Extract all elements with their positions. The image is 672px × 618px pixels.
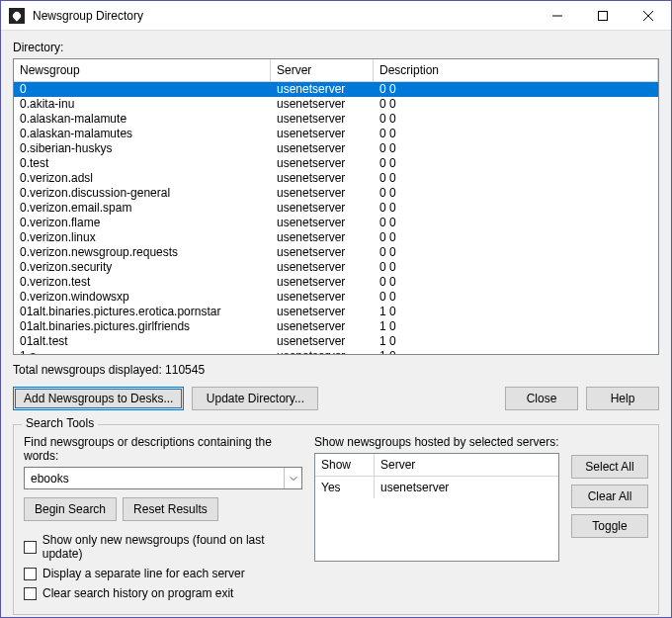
cell-newsgroup: 0.verizon.linux xyxy=(14,230,271,245)
find-label: Find newsgroups or descriptions containi… xyxy=(24,435,302,463)
cell-description: 0 0 xyxy=(374,112,658,127)
checkbox-icon[interactable] xyxy=(24,568,37,580)
table-row[interactable]: 0usenetserver0 0 xyxy=(14,82,658,97)
titlebar: Newsgroup Directory xyxy=(1,1,671,31)
cell-server: usenetserver xyxy=(271,97,374,112)
cell-server: usenetserver xyxy=(271,141,374,156)
cell-newsgroup: 01alt.test xyxy=(14,334,271,349)
reset-results-button[interactable]: Reset Results xyxy=(123,497,218,521)
servers-label: Show newsgroups hosted by selected serve… xyxy=(314,435,559,449)
table-row[interactable]: 0.verizon.adslusenetserver0 0 xyxy=(14,171,658,186)
cell-newsgroup: 0.alaskan-malamute xyxy=(14,112,271,127)
table-row[interactable]: 0.verizon.securityusenetserver0 0 xyxy=(14,260,658,275)
check-separate-line[interactable]: Display a separate line for each server xyxy=(24,567,302,580)
cell-newsgroup: 0.verizon.discussion-general xyxy=(14,186,271,201)
add-newsgroups-button[interactable]: Add Newsgroups to Desks... xyxy=(13,387,184,410)
checkbox-icon[interactable] xyxy=(24,541,37,554)
cell-description: 1 0 xyxy=(374,349,658,354)
server-row[interactable]: Yesusenetserver xyxy=(315,477,558,498)
table-row[interactable]: 01alt.binaries.pictures.erotica.pornstar… xyxy=(14,305,658,319)
cell-description: 0 0 xyxy=(374,97,658,112)
close-window-button[interactable] xyxy=(626,1,671,31)
cell-description: 1 0 xyxy=(374,305,658,319)
begin-search-button[interactable]: Begin Search xyxy=(24,497,117,521)
search-input[interactable] xyxy=(25,468,284,488)
window-title: Newsgroup Directory xyxy=(33,9,535,23)
cell-newsgroup: 0.verizon.flame xyxy=(14,216,271,230)
table-row[interactable]: 01alt.testusenetserver1 0 xyxy=(14,334,658,349)
window-controls xyxy=(535,1,671,31)
cell-server: usenetserver xyxy=(271,334,374,349)
search-combo[interactable] xyxy=(24,467,302,489)
cell-newsgroup: 0.verizon.email.spam xyxy=(14,201,271,216)
cell-show: Yes xyxy=(315,477,375,498)
toggle-button[interactable]: Toggle xyxy=(571,514,648,538)
table-row[interactable]: 0.verizon.flameusenetserver0 0 xyxy=(14,216,658,230)
grid-body[interactable]: 0usenetserver0 00.akita-inuusenetserver0… xyxy=(14,82,658,354)
cell-description: 1 0 xyxy=(374,319,658,334)
table-row[interactable]: 0.verizon.linuxusenetserver0 0 xyxy=(14,230,658,245)
client-area: Directory: Newsgroup Server Description … xyxy=(1,31,671,618)
checkbox-icon[interactable] xyxy=(24,587,37,600)
table-row[interactable]: 0.akita-inuusenetserver0 0 xyxy=(14,97,658,112)
cell-server: usenetserver xyxy=(271,127,374,141)
select-all-button[interactable]: Select All xyxy=(571,455,648,479)
chevron-down-icon[interactable] xyxy=(284,468,301,488)
cell-description: 0 0 xyxy=(374,216,658,230)
app-icon xyxy=(9,8,25,24)
cell-description: 0 0 xyxy=(374,156,658,171)
clear-all-button[interactable]: Clear All xyxy=(571,485,648,508)
search-left: Find newsgroups or descriptions containi… xyxy=(24,435,302,606)
table-row[interactable]: 01alt.binaries.pictures.girlfriendsusene… xyxy=(14,319,658,334)
table-row[interactable]: 0.verizon.windowsxpusenetserver0 0 xyxy=(14,290,658,305)
cell-server: usenetserver xyxy=(271,186,374,201)
servers-grid-header: Show Server xyxy=(315,454,558,477)
cell-description: 0 0 xyxy=(374,201,658,216)
status-text: Total newsgroups displayed: 110545 xyxy=(13,363,659,377)
check-clear-history[interactable]: Clear search history on program exit xyxy=(24,586,302,600)
cell-server: usenetserver xyxy=(271,260,374,275)
check-new-only[interactable]: Show only new newsgroups (found on last … xyxy=(24,533,302,561)
table-row[interactable]: 0.siberian-huskysusenetserver0 0 xyxy=(14,141,658,156)
minimize-button[interactable] xyxy=(535,1,580,31)
newsgroup-grid[interactable]: Newsgroup Server Description 0usenetserv… xyxy=(13,58,659,355)
cell-server: usenetserver xyxy=(271,82,374,97)
update-directory-button[interactable]: Update Directory... xyxy=(192,387,318,410)
table-row[interactable]: 0.verizon.email.spamusenetserver0 0 xyxy=(14,201,658,216)
servers-grid[interactable]: Show Server Yesusenetserver xyxy=(314,453,559,562)
cell-newsgroup: 0.verizon.security xyxy=(14,260,271,275)
table-row[interactable]: 0.alaskan-malamuteusenetserver0 0 xyxy=(14,112,658,127)
table-row[interactable]: 1.ausenetserver1 0 xyxy=(14,349,658,354)
cell-server: usenetserver xyxy=(271,319,374,334)
cell-server: usenetserver xyxy=(271,349,374,354)
check-clear-history-label: Clear search history on program exit xyxy=(42,586,233,600)
help-button[interactable]: Help xyxy=(586,387,659,410)
cell-description: 0 0 xyxy=(374,290,658,305)
table-row[interactable]: 0.alaskan-malamutesusenetserver0 0 xyxy=(14,127,658,141)
cell-server: usenetserver xyxy=(271,171,374,186)
cell-description: 0 0 xyxy=(374,245,658,260)
close-button[interactable]: Close xyxy=(505,387,578,410)
cell-newsgroup: 0.verizon.adsl xyxy=(14,171,271,186)
window: Newsgroup Directory Directory: Newsgroup… xyxy=(0,0,672,618)
col-server[interactable]: Server xyxy=(271,59,374,81)
cell-server: usenetserver xyxy=(271,112,374,127)
cell-description: 0 0 xyxy=(374,127,658,141)
cell-newsgroup: 0.verizon.newsgroup.requests xyxy=(14,245,271,260)
directory-label: Directory: xyxy=(13,41,659,54)
table-row[interactable]: 0.verizon.discussion-generalusenetserver… xyxy=(14,186,658,201)
maximize-button[interactable] xyxy=(580,1,626,31)
cell-newsgroup: 0.siberian-huskys xyxy=(14,141,271,156)
cell-newsgroup: 01alt.binaries.pictures.erotica.pornstar xyxy=(14,305,271,319)
cell-server2: usenetserver xyxy=(375,477,558,498)
table-row[interactable]: 0.verizon.newsgroup.requestsusenetserver… xyxy=(14,245,658,260)
table-row[interactable]: 0.verizon.testusenetserver0 0 xyxy=(14,275,658,290)
table-row[interactable]: 0.testusenetserver0 0 xyxy=(14,156,658,171)
svg-rect-1 xyxy=(599,11,608,20)
servers-grid-body[interactable]: Yesusenetserver xyxy=(315,477,558,498)
col-description[interactable]: Description xyxy=(374,59,658,81)
search-tools-group: Search Tools Find newsgroups or descript… xyxy=(13,424,659,615)
col-show[interactable]: Show xyxy=(315,454,375,476)
col-newsgroup[interactable]: Newsgroup xyxy=(14,59,271,81)
col-server2[interactable]: Server xyxy=(375,454,558,476)
